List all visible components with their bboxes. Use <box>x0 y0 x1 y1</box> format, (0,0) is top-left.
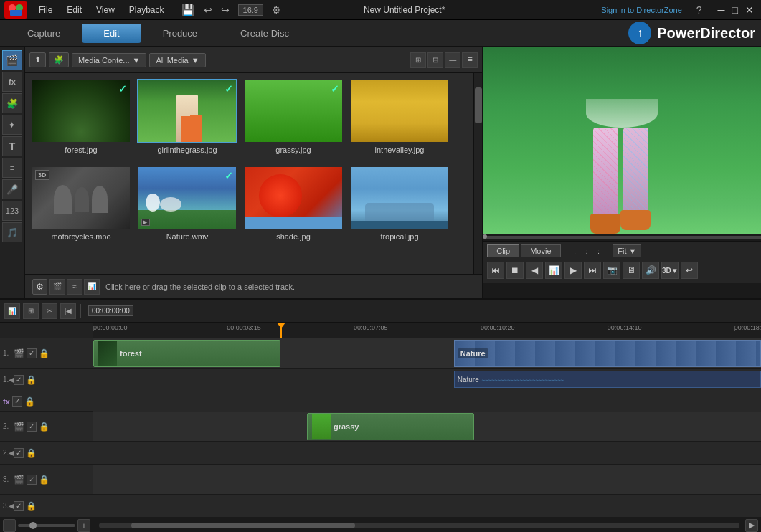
tl-histogram-btn[interactable]: 📊 <box>4 303 20 319</box>
fit-dropdown[interactable]: Fit ▼ <box>613 244 641 257</box>
audio-btn[interactable]: 🔊 <box>642 262 659 279</box>
fullscreen-btn[interactable]: 🖥 <box>623 262 640 279</box>
tool-text[interactable]: T <box>2 136 22 156</box>
media-item-grassy[interactable]: ✓ grassy.jpg <box>243 79 344 154</box>
list-view-btn[interactable]: — <box>445 52 460 68</box>
zoom-fit-btn[interactable]: ↩ <box>681 262 698 279</box>
add-to-timeline-btn[interactable]: ⚙ <box>32 279 47 295</box>
preview-scrubber[interactable] <box>483 235 761 239</box>
film-btn[interactable]: 🎬 <box>49 279 65 295</box>
skip-back-btn[interactable]: ⏮ <box>487 262 504 279</box>
tool-fx[interactable]: fx <box>2 72 22 92</box>
tool-chapters[interactable]: ≡ <box>2 158 22 178</box>
medium-grid-btn[interactable]: ⊟ <box>427 52 443 68</box>
track-1-audio-content[interactable]: Nature ≈≈≈≈≈≈≈≈≈≈≈≈≈≈≈≈≈≈≈≈≈≈≈≈≈≈ <box>93 369 761 391</box>
media-item-shade[interactable]: shade.jpg <box>243 166 344 241</box>
media-scrollbar[interactable] <box>473 73 482 274</box>
stop-btn[interactable]: ⏹ <box>506 262 524 279</box>
track-2-content[interactable]: grassy <box>93 412 761 441</box>
preview-tab-movie[interactable]: Movie <box>521 244 560 257</box>
3d-btn[interactable]: 3D▼ <box>661 262 679 279</box>
zoom-slider[interactable] <box>18 524 75 527</box>
tool-transition[interactable]: ✦ <box>2 115 22 135</box>
media-item-inthevalley[interactable]: inthevalley.jpg <box>349 79 450 154</box>
skip-forward-btn[interactable]: ⏭ <box>584 262 601 279</box>
track-1a-check[interactable] <box>14 375 24 385</box>
zoom-slider-thumb[interactable] <box>29 522 37 529</box>
media-item-nature[interactable]: ✓ ▶ Nature.wmv <box>137 166 237 241</box>
track-1-lock[interactable]: 🔒 <box>39 348 49 358</box>
clip-nature-strip[interactable]: Nature <box>454 340 761 367</box>
save-icon[interactable]: 💾 <box>181 4 195 16</box>
snapshot-btn[interactable]: 📷 <box>603 262 620 279</box>
frame-back-btn[interactable]: ◀ <box>526 262 543 279</box>
media-grid-scroll[interactable]: ✓ forest.jpg <box>25 73 473 274</box>
timeline-scrollbar[interactable] <box>99 523 739 528</box>
track-1-check[interactable] <box>27 348 37 358</box>
grid-view-btn[interactable]: ⊞ <box>410 52 426 68</box>
detail-view-btn[interactable]: ≣ <box>462 52 478 68</box>
help-icon[interactable]: ? <box>696 4 702 16</box>
menu-view[interactable]: View <box>93 4 118 16</box>
audio-nature-clip[interactable]: Nature ≈≈≈≈≈≈≈≈≈≈≈≈≈≈≈≈≈≈≈≈≈≈≈≈≈≈ <box>454 371 761 388</box>
levels-btn[interactable]: 📊 <box>545 262 562 279</box>
track-fx-check[interactable] <box>12 396 22 407</box>
tool-puzzle[interactable]: 🧩 <box>2 93 22 113</box>
scroll-right-btn[interactable]: ▶ <box>745 519 758 532</box>
sign-in-link[interactable]: Sign in to DirectorZone <box>601 6 682 14</box>
track-2-check[interactable] <box>27 422 37 432</box>
track-2-audio-content[interactable] <box>93 442 761 464</box>
track-1-content[interactable]: forest Nature <box>93 338 761 368</box>
clip-grassy[interactable]: grassy <box>307 413 474 440</box>
tool-media[interactable]: 🎬 <box>2 50 22 70</box>
play-btn[interactable]: ▶ <box>564 262 582 279</box>
track-2a-check[interactable] <box>14 448 24 458</box>
import-options-btn[interactable]: 🧩 <box>49 52 69 67</box>
menu-playback[interactable]: Playback <box>126 4 167 16</box>
media-content-dropdown[interactable]: Media Conte... ▼ <box>72 53 146 67</box>
track-2-lock[interactable]: 🔒 <box>39 422 49 432</box>
tab-edit[interactable]: Edit <box>82 24 141 43</box>
track-fx-content[interactable] <box>93 391 761 412</box>
tab-produce[interactable]: Produce <box>141 24 219 43</box>
undo-icon[interactable]: ↩ <box>204 4 212 16</box>
clip-forest[interactable]: forest <box>93 340 280 367</box>
track-3a-check[interactable] <box>14 501 24 511</box>
zoom-plus-btn[interactable]: + <box>77 519 90 532</box>
track-3-content[interactable] <box>93 465 761 494</box>
chart-btn[interactable]: 📊 <box>84 279 100 295</box>
tool-numbers[interactable]: 123 <box>2 201 22 221</box>
zoom-minus-btn[interactable]: − <box>3 519 16 532</box>
tool-voice[interactable]: 🎤 <box>2 179 22 199</box>
tl-mark-btn[interactable]: |◀ <box>60 303 76 319</box>
minimize-btn[interactable]: ─ <box>715 4 728 16</box>
media-scroll-thumb[interactable] <box>475 87 482 123</box>
tl-storyboard-btn[interactable]: ⊞ <box>23 303 39 319</box>
timeline-playhead[interactable] <box>280 323 282 338</box>
track-3a-lock[interactable]: 🔒 <box>26 501 37 511</box>
wave-btn[interactable]: ≈ <box>67 279 82 295</box>
tab-capture[interactable]: Capture <box>6 24 82 43</box>
tl-trim-btn[interactable]: ✂ <box>42 303 57 319</box>
timeline-scroll-thumb[interactable] <box>131 523 356 528</box>
media-item-girlinthegrass[interactable]: ✓ girlinthegrass.jpg <box>137 79 237 154</box>
preview-tab-clip[interactable]: Clip <box>487 244 519 257</box>
track-3-lock[interactable]: 🔒 <box>39 475 49 485</box>
tab-create-disc[interactable]: Create Disc <box>219 24 311 43</box>
menu-file[interactable]: File <box>36 4 55 16</box>
redo-icon[interactable]: ↪ <box>221 4 230 16</box>
track-1a-lock[interactable]: 🔒 <box>26 375 37 385</box>
menu-edit[interactable]: Edit <box>64 4 85 16</box>
track-2a-lock[interactable]: 🔒 <box>26 448 37 458</box>
media-item-tropical[interactable]: tropical.jpg <box>349 166 450 241</box>
track-3-audio-content[interactable] <box>93 495 761 517</box>
close-btn[interactable]: ✕ <box>742 4 757 16</box>
import-btn[interactable]: ⬆ <box>29 52 46 67</box>
settings-icon[interactable]: ⚙ <box>272 4 281 16</box>
track-fx-lock[interactable]: 🔒 <box>24 396 35 407</box>
tool-music[interactable]: 🎵 <box>2 222 22 242</box>
all-media-dropdown[interactable]: All Media ▼ <box>149 53 205 67</box>
track-3-check[interactable] <box>27 475 37 485</box>
media-item-motorcycles[interactable]: 3D motorcycles.mpo <box>31 166 131 241</box>
maximize-btn[interactable]: □ <box>729 4 741 16</box>
